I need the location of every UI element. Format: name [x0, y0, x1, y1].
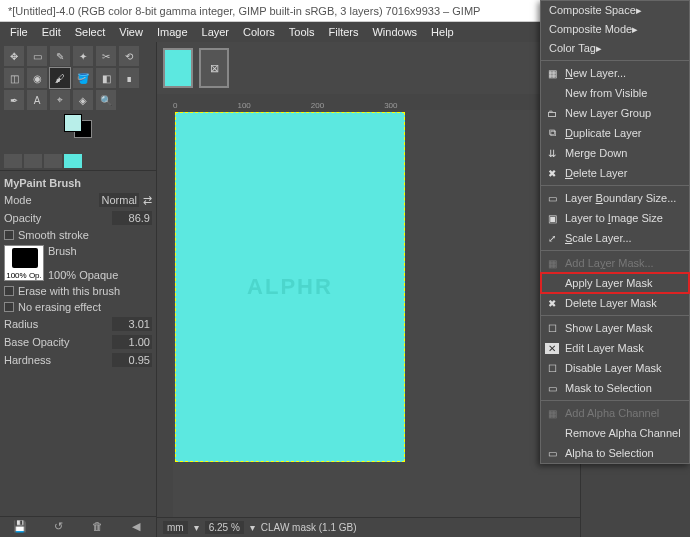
left-dock: ✥ ▭ ✎ ✦ ✂ ⟲ ◫ ◉ 🖌 🪣 ◧ ∎ ✒ A ⌖ ◈ 🔍	[0, 42, 157, 537]
tool-options-tabs[interactable]	[0, 152, 156, 171]
ctx-boundary[interactable]: ▭Layer Boundary Size...	[541, 188, 689, 208]
erase-checkbox[interactable]	[4, 286, 14, 296]
ctx-edit-mask[interactable]: ✕Edit Layer Mask	[541, 338, 689, 358]
ctx-show-mask[interactable]: ☐Show Layer Mask	[541, 318, 689, 338]
smooth-stroke-checkbox[interactable]	[4, 230, 14, 240]
ctx-to-image[interactable]: ▣Layer to Image Size	[541, 208, 689, 228]
menu-view[interactable]: View	[113, 24, 149, 40]
ctx-mask-sel[interactable]: ▭Mask to Selection	[541, 378, 689, 398]
tool-rect-select[interactable]: ▭	[27, 46, 47, 66]
brush-preview[interactable]: 100% Op.	[4, 245, 44, 281]
ctx-disable-mask[interactable]: ☐Disable Layer Mask	[541, 358, 689, 378]
tool-fuzzy-select[interactable]: ✦	[73, 46, 93, 66]
tab-tool-options[interactable]	[4, 154, 22, 168]
menu-layer[interactable]: Layer	[196, 24, 236, 40]
ctx-composite-space[interactable]: Composite Space▸	[541, 1, 689, 20]
ctx-scale[interactable]: ⤢Scale Layer...	[541, 228, 689, 248]
ctx-delete-mask[interactable]: ✖Delete Layer Mask	[541, 293, 689, 313]
status-info: CLAW mask (1.1 GB)	[261, 522, 357, 533]
statusbar: mm ▾ 6.25 % ▾ CLAW mask (1.1 GB)	[157, 517, 580, 537]
erase-label: Erase with this brush	[18, 285, 152, 297]
zoom-arrow-icon[interactable]: ▾	[250, 522, 255, 533]
mode-label: Mode	[4, 194, 95, 206]
unit-select[interactable]: mm	[163, 521, 188, 534]
tool-clone[interactable]: ∎	[119, 68, 139, 88]
tool-gradient[interactable]: ◧	[96, 68, 116, 88]
ctx-add-mask: ▦Add Layer Mask...	[541, 253, 689, 273]
tool-color-picker[interactable]: ⌖	[50, 90, 70, 110]
tool-free-select[interactable]: ✎	[50, 46, 70, 66]
ctx-new-layer[interactable]: ▦New Layer...	[541, 63, 689, 83]
ruler-horizontal: 0100200300	[157, 94, 580, 110]
tool-rotate[interactable]: ⟲	[119, 46, 139, 66]
hardness-label: Hardness	[4, 354, 108, 366]
canvas-content[interactable]: ALPHR	[175, 112, 405, 462]
menu-edit[interactable]: Edit	[36, 24, 67, 40]
tool-mypaint-brush[interactable]: 🖌	[50, 68, 70, 88]
ctx-composite-mode[interactable]: Composite Mode▸	[541, 20, 689, 39]
left-bottom-buttons: 💾 ↺ 🗑 ◀	[0, 516, 156, 537]
unit-arrow-icon[interactable]: ▾	[194, 522, 199, 533]
tool-text[interactable]: A	[27, 90, 47, 110]
ctx-alpha-sel[interactable]: ▭Alpha to Selection	[541, 443, 689, 463]
tab-history[interactable]	[44, 154, 62, 168]
radius-label: Radius	[4, 318, 108, 330]
image-tab-close[interactable]: ⊠	[199, 48, 229, 88]
mode-select[interactable]: Normal	[99, 193, 139, 207]
menu-select[interactable]: Select	[69, 24, 112, 40]
menu-windows[interactable]: Windows	[366, 24, 423, 40]
ctx-delete-layer[interactable]: ✖Delete Layer	[541, 163, 689, 183]
tool-options: MyPaint Brush Mode Normal ⇄ Opacity 86.9…	[0, 171, 156, 373]
baseop-label: Base Opacity	[4, 336, 108, 348]
opacity-value[interactable]: 86.9	[112, 211, 152, 225]
tool-bucket[interactable]: 🪣	[73, 68, 93, 88]
save-preset-icon[interactable]: 💾	[13, 520, 27, 534]
menu-image[interactable]: Image	[151, 24, 194, 40]
opacity-label: Opacity	[4, 212, 108, 224]
hardness-value[interactable]: 0.95	[112, 353, 152, 367]
menu-help[interactable]: Help	[425, 24, 460, 40]
ctx-new-group[interactable]: 🗀New Layer Group	[541, 103, 689, 123]
menu-colors[interactable]: Colors	[237, 24, 281, 40]
tab-colors[interactable]	[64, 154, 82, 168]
ctx-add-alpha: ▦Add Alpha Channel	[541, 403, 689, 423]
tab-device[interactable]	[24, 154, 42, 168]
noerase-label: No erasing effect	[18, 301, 152, 313]
mode-toggle-icon[interactable]: ⇄	[143, 194, 152, 207]
noerase-checkbox[interactable]	[4, 302, 14, 312]
tool-zoom[interactable]: 🔍	[96, 90, 116, 110]
tool-path[interactable]: ✒	[4, 90, 24, 110]
reset-icon[interactable]: ◀	[129, 520, 143, 534]
tool-measure[interactable]: ◈	[73, 90, 93, 110]
brush-desc: 100% Opaque	[48, 269, 118, 281]
tool-crop[interactable]: ✂	[96, 46, 116, 66]
baseop-value[interactable]: 1.00	[112, 335, 152, 349]
zoom-select[interactable]: 6.25 %	[205, 521, 244, 534]
ctx-duplicate[interactable]: ⧉Duplicate Layer	[541, 123, 689, 143]
tool-warp[interactable]: ◉	[27, 68, 47, 88]
restore-preset-icon[interactable]: ↺	[52, 520, 66, 534]
color-swatch[interactable]	[58, 114, 98, 144]
fg-color[interactable]	[64, 114, 82, 132]
tool-move[interactable]: ✥	[4, 46, 24, 66]
watermark: ALPHR	[247, 274, 333, 300]
radius-value[interactable]: 3.01	[112, 317, 152, 331]
ctx-apply-mask[interactable]: Apply Layer Mask	[541, 273, 689, 293]
ctx-color-tag[interactable]: Color Tag▸	[541, 39, 689, 58]
layer-context-menu[interactable]: Composite Space▸ Composite Mode▸ Color T…	[540, 0, 690, 464]
ctx-merge-down[interactable]: ⇊Merge Down	[541, 143, 689, 163]
tool-name: MyPaint Brush	[4, 175, 152, 191]
canvas[interactable]: ALPHR	[173, 110, 580, 517]
smooth-stroke-label: Smooth stroke	[18, 229, 152, 241]
image-tab-1[interactable]	[163, 48, 193, 88]
ctx-remove-alpha[interactable]: Remove Alpha Channel	[541, 423, 689, 443]
menu-tools[interactable]: Tools	[283, 24, 321, 40]
menu-file[interactable]: File	[4, 24, 34, 40]
ctx-new-visible[interactable]: New from Visible	[541, 83, 689, 103]
delete-preset-icon[interactable]: 🗑	[90, 520, 104, 534]
tool-transform[interactable]: ◫	[4, 68, 24, 88]
window-title: *[Untitled]-4.0 (RGB color 8-bit gamma i…	[8, 5, 480, 17]
ruler-vertical	[157, 110, 173, 517]
menu-filters[interactable]: Filters	[323, 24, 365, 40]
toolbox: ✥ ▭ ✎ ✦ ✂ ⟲ ◫ ◉ 🖌 🪣 ◧ ∎ ✒ A ⌖ ◈ 🔍	[0, 42, 156, 152]
